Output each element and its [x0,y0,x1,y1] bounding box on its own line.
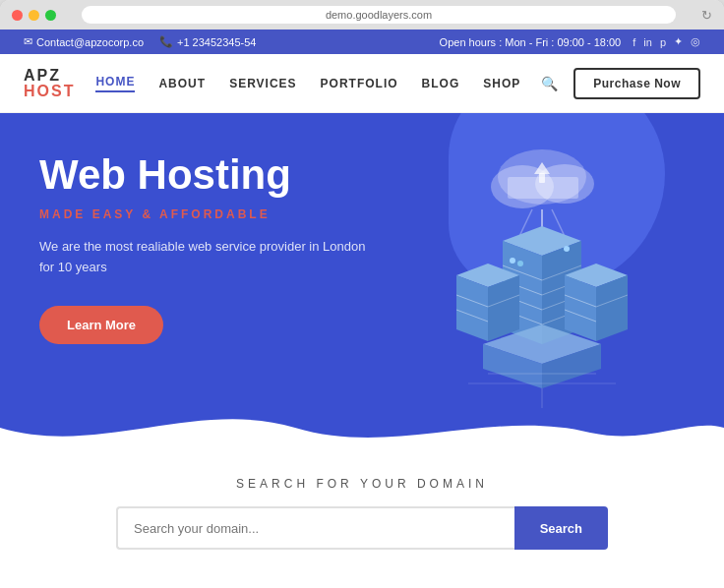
domain-input[interactable] [116,506,514,550]
close-dot[interactable] [12,10,23,21]
domain-search-bar: Search [116,506,608,550]
nav-blog[interactable]: BLOG [422,77,460,90]
top-bar-left: ✉ Contact@apzocorp.co 📞 +1 23452345-54 [24,35,256,48]
nav-shop[interactable]: SHOP [483,77,520,90]
search-button[interactable]: 🔍 [541,76,558,91]
nav-links: HOME ABOUT SERVICES PORTFOLIO BLOG SHOP [95,75,520,92]
twitter-icon[interactable]: ✦ [674,35,683,48]
email-text: Contact@apzocorp.co [36,36,144,48]
top-bar-right: Open hours : Mon - Fri : 09:00 - 18:00 f… [440,35,700,48]
hero-section: Web Hosting MADE EASY & AFFORDABLE We ar… [0,113,724,457]
minimize-dot[interactable] [29,10,39,21]
logo: APZ HOST [24,68,75,99]
email-icon: ✉ [24,35,32,48]
nav-actions: 🔍 Purchase Now [541,68,700,99]
instagram-icon[interactable]: ◎ [691,35,700,48]
hours-text: Open hours : Mon - Fri : 09:00 - 18:00 [440,36,622,48]
pinterest-icon[interactable]: p [660,36,666,48]
phone-icon: 📞 [159,35,173,48]
hero-description: We are the most realiable web service pr… [39,237,374,278]
purchase-button[interactable]: Purchase Now [573,68,700,99]
reload-icon[interactable]: ↻ [701,8,712,23]
phone-text: +1 23452345-54 [177,36,256,48]
navbar: APZ HOST HOME ABOUT SERVICES PORTFOLIO B… [0,54,724,113]
svg-point-19 [517,261,523,266]
site-content: ✉ Contact@apzocorp.co 📞 +1 23452345-54 O… [0,29,724,588]
logo-apz: APZ [24,68,75,84]
maximize-dot[interactable] [45,10,56,21]
hero-content: Web Hosting MADE EASY & AFFORDABLE We ar… [39,152,374,344]
domain-section: SEARCH FOR YOUR DOMAIN Search [0,457,724,559]
address-bar[interactable]: demo.goodlayers.com [82,6,676,24]
nav-services[interactable]: SERVICES [229,77,296,90]
browser-window: demo.goodlayers.com ↻ ✉ Contact@apzocorp… [0,0,724,588]
facebook-icon[interactable]: f [633,36,635,48]
social-icons: f in p ✦ ◎ [633,35,700,48]
nav-about[interactable]: ABOUT [158,77,206,90]
logo-host: HOST [24,84,75,99]
phone-contact: 📞 +1 23452345-54 [159,35,256,48]
nav-home[interactable]: HOME [95,75,135,92]
hero-title: Web Hosting [39,152,374,198]
svg-point-20 [564,246,570,252]
email-contact: ✉ Contact@apzocorp.co [24,35,144,48]
url-text: demo.goodlayers.com [326,9,432,21]
top-bar: ✉ Contact@apzocorp.co 📞 +1 23452345-54 O… [0,29,724,54]
domain-title: SEARCH FOR YOUR DOMAIN [24,477,700,491]
nav-portfolio[interactable]: PORTFOLIO [321,77,398,90]
linkedin-icon[interactable]: in [643,36,652,48]
hero-subtitle: MADE EASY & AFFORDABLE [39,207,374,221]
hero-wave [0,379,724,457]
browser-titlebar: demo.goodlayers.com ↻ [0,0,724,29]
domain-search-button[interactable]: Search [514,506,608,550]
svg-rect-40 [539,173,545,183]
svg-point-18 [510,258,515,264]
learn-more-button[interactable]: Learn More [39,306,163,344]
